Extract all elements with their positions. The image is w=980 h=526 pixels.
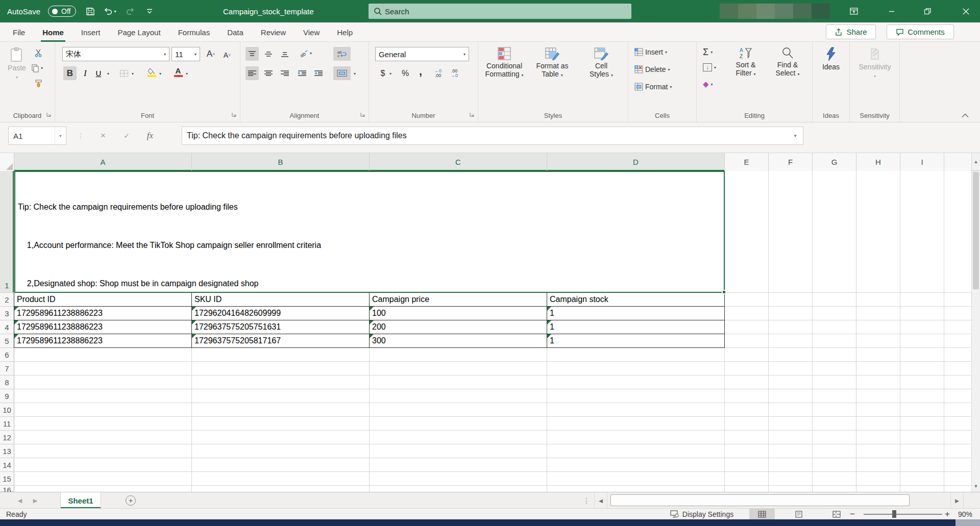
empty-cells[interactable]: [14, 458, 725, 472]
delete-cells-button[interactable]: Delete▾: [634, 65, 670, 73]
cell-c3[interactable]: 100: [370, 307, 547, 320]
scroll-down-button[interactable]: ▼: [972, 481, 980, 492]
row-header-8[interactable]: 8: [0, 375, 14, 389]
cut-button[interactable]: [32, 46, 45, 60]
row-header-2[interactable]: 2: [0, 293, 14, 307]
font-dialog-launcher[interactable]: [232, 112, 238, 118]
merge-center-dropdown-icon[interactable]: ▾: [354, 71, 356, 76]
cell-a3[interactable]: 1729589611238886223: [14, 307, 192, 320]
sheet-nav-previous-icon[interactable]: ◀: [13, 492, 27, 509]
row-header-11[interactable]: 11: [0, 417, 14, 431]
name-box[interactable]: A1 ▾: [8, 127, 66, 145]
row-header-16[interactable]: 16: [0, 486, 14, 492]
save-button[interactable]: [84, 4, 96, 18]
empty-cells[interactable]: [725, 472, 971, 486]
align-right-button[interactable]: [278, 66, 291, 80]
row-header-13[interactable]: 13: [0, 444, 14, 458]
wrap-text-button[interactable]: abc: [333, 47, 351, 61]
row-header-3[interactable]: 3: [0, 307, 14, 320]
zoom-level[interactable]: 90%: [953, 509, 977, 519]
row-header-5[interactable]: 5: [0, 334, 14, 348]
column-header-b[interactable]: B: [192, 153, 370, 171]
decrease-indent-button[interactable]: [296, 66, 309, 80]
empty-cells[interactable]: [14, 486, 725, 492]
new-sheet-button[interactable]: +: [126, 495, 136, 506]
select-all-corner[interactable]: [0, 153, 14, 171]
underline-dropdown-icon[interactable]: ▾: [107, 71, 109, 76]
sort-filter-button[interactable]: AZ Sort &Filter ▾: [726, 42, 765, 79]
empty-cells[interactable]: [14, 403, 725, 417]
autosum-button[interactable]: Σ▾: [703, 47, 713, 58]
top-align-button[interactable]: [246, 47, 259, 61]
fill-color-button[interactable]: [145, 65, 158, 79]
increase-font-size-button[interactable]: A˄: [204, 47, 217, 61]
autosave-toggle[interactable]: Off: [48, 6, 76, 17]
confirm-entry-button[interactable]: ✓: [117, 127, 136, 145]
cell-b5[interactable]: 1729637575205817167: [192, 334, 370, 348]
middle-align-button[interactable]: [262, 47, 275, 61]
zoom-in-button[interactable]: +: [942, 509, 952, 519]
empty-cells[interactable]: [725, 334, 971, 348]
empty-cells[interactable]: [725, 431, 971, 444]
cell-c2[interactable]: Campaign price: [370, 293, 547, 307]
accounting-dropdown-icon[interactable]: ▾: [389, 71, 391, 76]
row-header-1[interactable]: 1: [0, 171, 14, 293]
column-header-f[interactable]: F: [769, 153, 813, 171]
column-header-c[interactable]: C: [370, 153, 547, 171]
row-header-4[interactable]: 4: [0, 320, 14, 334]
empty-cells[interactable]: [725, 348, 971, 362]
empty-cells[interactable]: [725, 362, 971, 375]
sensitivity-button[interactable]: Sensitivity ▾: [853, 42, 897, 81]
document-title[interactable]: Campaign_stock_template▾: [223, 0, 321, 22]
row-header-7[interactable]: 7: [0, 362, 14, 375]
cell-b2[interactable]: SKU ID: [192, 293, 370, 307]
merge-center-button[interactable]: [333, 66, 351, 80]
fill-color-dropdown-icon[interactable]: ▾: [159, 71, 161, 76]
format-as-table-button[interactable]: Format asTable ▾: [529, 42, 575, 80]
tab-page-layout[interactable]: Page Layout: [109, 22, 169, 42]
cell-b4[interactable]: 1729637575205751631: [192, 320, 370, 334]
cell-c5[interactable]: 300: [370, 334, 547, 348]
namebox-splitter[interactable]: ⋮: [71, 127, 90, 145]
redo-button[interactable]: [124, 4, 136, 18]
sheet-nav-next-icon[interactable]: ▶: [29, 492, 42, 509]
vertical-scrollbar[interactable]: ▼: [971, 171, 980, 492]
fill-button[interactable]: ↓▾: [703, 63, 716, 71]
empty-cells[interactable]: [14, 348, 725, 362]
cell-d3[interactable]: 1: [547, 307, 725, 320]
empty-cells[interactable]: [14, 362, 725, 375]
font-color-button[interactable]: A: [172, 65, 185, 79]
search-input[interactable]: Search: [369, 4, 631, 19]
row-header-15[interactable]: 15: [0, 472, 14, 486]
percent-style-button[interactable]: %: [399, 66, 412, 80]
empty-cells[interactable]: [725, 320, 971, 334]
accounting-format-button[interactable]: $: [376, 66, 389, 80]
empty-cells[interactable]: [725, 375, 971, 389]
vertical-scrollbar-thumb[interactable]: [973, 172, 979, 289]
minimize-button[interactable]: [880, 0, 903, 22]
row-header-14[interactable]: 14: [0, 458, 14, 472]
customize-toolbar-button[interactable]: [143, 4, 156, 18]
insert-cells-button[interactable]: Insert▾: [634, 48, 667, 56]
share-button[interactable]: Share: [826, 24, 876, 39]
ribbon-display-options-button[interactable]: [842, 0, 866, 22]
bottom-align-button[interactable]: [278, 47, 291, 61]
empty-cells[interactable]: [14, 472, 725, 486]
row-header-9[interactable]: 9: [0, 389, 14, 403]
font-color-dropdown-icon[interactable]: ▾: [186, 71, 188, 76]
clipboard-dialog-launcher[interactable]: [46, 112, 53, 118]
decrease-font-size-button[interactable]: A˅: [220, 48, 234, 62]
orientation-button[interactable]: ab: [298, 47, 311, 61]
increase-indent-button[interactable]: [312, 66, 325, 80]
empty-cells[interactable]: [725, 458, 971, 472]
cell-b3[interactable]: 1729620416482609999: [192, 307, 370, 320]
cell-a4[interactable]: 1729589611238886223: [14, 320, 192, 334]
tab-view[interactable]: View: [295, 22, 328, 42]
sheet-tab-sheet1[interactable]: Sheet1: [60, 492, 101, 509]
display-settings-button[interactable]: Display Settings: [660, 509, 743, 519]
zoom-slider-thumb[interactable]: [892, 510, 896, 518]
cell-a1-merged-selected[interactable]: Tip: Check the campaign requirements bef…: [14, 171, 725, 293]
alignment-dialog-launcher[interactable]: [360, 112, 366, 118]
page-layout-view-button[interactable]: [787, 509, 811, 519]
empty-cells[interactable]: [725, 171, 971, 293]
